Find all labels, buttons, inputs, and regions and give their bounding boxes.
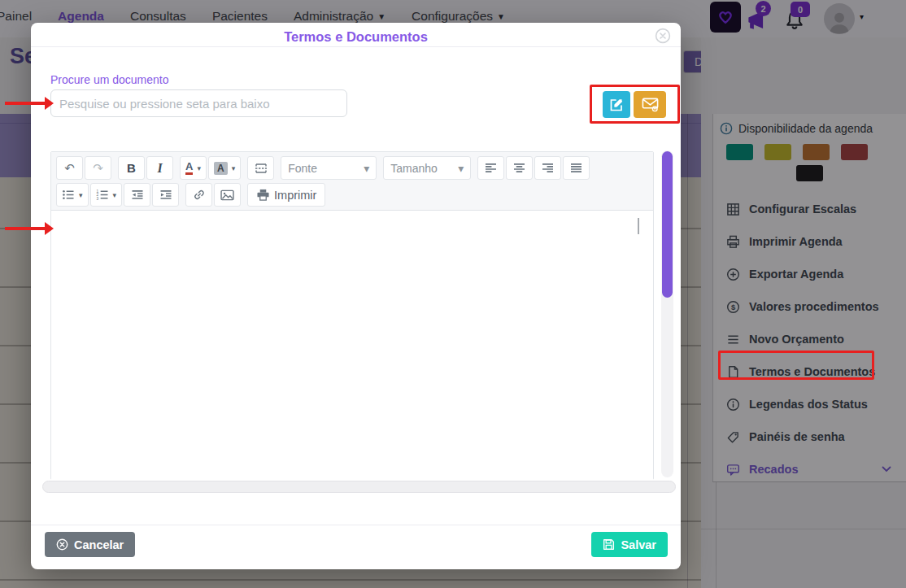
chevron-down-icon: ▾ xyxy=(458,162,464,175)
cancel-circle-icon xyxy=(56,538,68,551)
page-break-icon xyxy=(255,163,268,174)
text-cursor xyxy=(638,218,639,234)
cancel-button-label: Cancelar xyxy=(74,538,124,551)
indent-icon xyxy=(159,189,172,200)
align-left-icon xyxy=(485,163,497,173)
modal-footer: Cancelar Salvar xyxy=(31,525,681,569)
chevron-down-icon: ▾ xyxy=(364,162,369,175)
document-search-input[interactable] xyxy=(50,89,347,117)
svg-text:3: 3 xyxy=(96,197,98,200)
font-size-select[interactable]: Tamanho▾ xyxy=(383,156,471,180)
save-button[interactable]: Salvar xyxy=(591,532,668,557)
scrollbar-thumb[interactable] xyxy=(662,151,673,298)
align-center-icon xyxy=(513,163,525,173)
size-select-label: Tamanho xyxy=(390,162,438,175)
rich-text-editor: ↶ ↷ B I A▾ A▾ Fonte▾ Tamanho▾ xyxy=(50,151,654,480)
align-right-icon xyxy=(542,163,554,173)
annotation-arrow-editor xyxy=(5,227,46,230)
numbered-list-button[interactable]: 123▾ xyxy=(90,183,123,207)
printer-icon xyxy=(256,189,270,201)
editor-content-area[interactable] xyxy=(51,211,653,481)
bullet-list-button[interactable]: ▾ xyxy=(56,183,89,207)
highlight-color-button[interactable]: A▾ xyxy=(208,156,241,180)
font-select-label: Fonte xyxy=(288,162,317,175)
annotation-arrow-search-input xyxy=(5,102,46,105)
undo-button[interactable]: ↶ xyxy=(56,156,83,180)
search-label: Procure um documento xyxy=(50,73,169,86)
save-button-label: Salvar xyxy=(621,538,656,551)
text-color-button[interactable]: A▾ xyxy=(180,156,207,180)
align-left-button[interactable] xyxy=(477,156,504,180)
termos-e-documentos-modal: Termos e Documentos Procure um documento… xyxy=(31,23,681,569)
image-icon xyxy=(220,189,234,201)
save-floppy-icon xyxy=(603,538,615,551)
outdent-button[interactable] xyxy=(124,183,150,207)
bullet-list-icon xyxy=(62,189,75,200)
modal-title: Termos e Documentos xyxy=(31,23,681,45)
align-right-button[interactable] xyxy=(534,156,561,180)
print-button-label: Imprimir xyxy=(274,189,316,202)
align-center-button[interactable] xyxy=(506,156,533,180)
align-justify-button[interactable] xyxy=(563,156,590,180)
italic-button[interactable]: I xyxy=(146,156,173,180)
insert-link-button[interactable] xyxy=(185,183,212,207)
chevron-down-icon: ▾ xyxy=(197,164,201,172)
annotation-box-termos-menu-item xyxy=(718,351,874,380)
editor-toolbar: ↶ ↷ B I A▾ A▾ Fonte▾ Tamanho▾ xyxy=(51,152,653,211)
print-button[interactable]: Imprimir xyxy=(247,183,325,207)
page-break-button[interactable] xyxy=(247,156,274,180)
insert-image-button[interactable] xyxy=(214,183,241,207)
modal-header: Termos e Documentos xyxy=(31,23,681,47)
bold-button[interactable]: B xyxy=(118,156,145,180)
link-icon xyxy=(193,189,206,201)
font-family-select[interactable]: Fonte▾ xyxy=(281,156,377,180)
redo-button[interactable]: ↷ xyxy=(85,156,111,180)
chevron-down-icon: ▾ xyxy=(79,191,83,199)
numbered-list-icon: 123 xyxy=(96,189,109,200)
annotation-box-action-buttons xyxy=(590,85,680,124)
chevron-down-icon: ▾ xyxy=(232,164,236,172)
outdent-icon xyxy=(131,189,144,200)
align-justify-icon xyxy=(570,163,582,173)
chevron-down-icon: ▾ xyxy=(113,191,117,199)
cancel-button[interactable]: Cancelar xyxy=(45,532,135,557)
close-button[interactable] xyxy=(655,28,671,44)
close-icon xyxy=(655,28,671,44)
indent-button[interactable] xyxy=(152,183,179,207)
editor-horizontal-scrollbar[interactable] xyxy=(42,481,676,493)
editor-vertical-scrollbar[interactable] xyxy=(661,150,673,477)
